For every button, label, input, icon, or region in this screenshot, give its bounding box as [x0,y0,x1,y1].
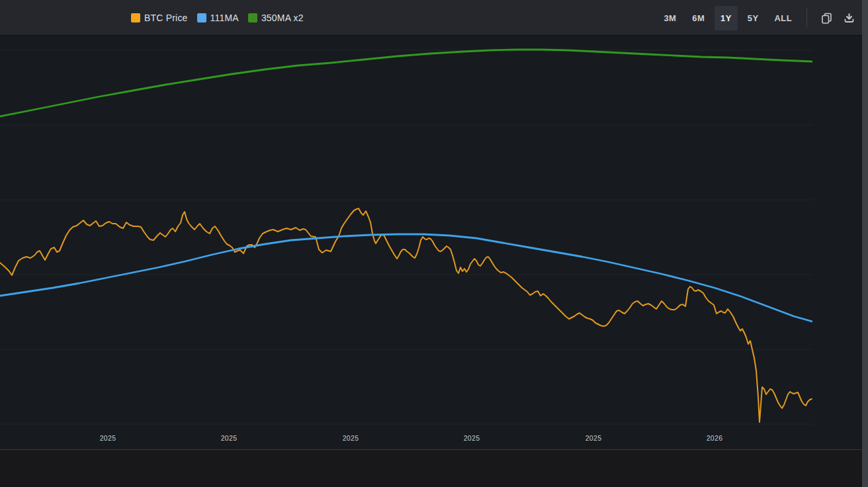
chart-page: BTC Price 111MA 350MA x2 3M 6M 1Y 5Y ALL [0,0,868,487]
range-button-6m[interactable]: 6M [686,6,711,30]
chart-toolbar: BTC Price 111MA 350MA x2 3M 6M 1Y 5Y ALL [0,0,868,36]
series-line-111ma [0,234,812,322]
legend-item-350ma-x2[interactable]: 350MA x2 [248,13,304,23]
range-button-all[interactable]: ALL [769,6,798,30]
toolbar-controls: 3M 6M 1Y 5Y ALL [656,0,860,36]
copy-icon [820,12,833,24]
range-button-1y[interactable]: 1Y [715,6,738,30]
350ma-x2-swatch [248,13,257,22]
series-line-350ma-x2 [0,50,812,116]
scrollbar[interactable] [862,0,868,487]
range-button-5y[interactable]: 5Y [742,6,765,30]
series-line-btc-price [0,208,812,422]
bottom-strip [0,450,862,487]
download-icon [843,12,855,24]
copy-chart-button[interactable] [816,6,836,30]
legend-label: 350MA x2 [261,13,304,23]
legend-label: 111MA [210,13,239,23]
legend: BTC Price 111MA 350MA x2 [131,0,304,36]
range-button-3m[interactable]: 3M [658,6,682,30]
legend-label: BTC Price [144,13,188,23]
btc-price-swatch [131,13,140,22]
legend-item-btc-price[interactable]: BTC Price [131,13,188,23]
download-chart-button[interactable] [839,6,859,30]
111ma-swatch [197,13,206,22]
legend-item-111ma[interactable]: 111MA [197,13,239,23]
toolbar-divider [806,8,807,28]
plot-svg[interactable] [0,36,812,449]
